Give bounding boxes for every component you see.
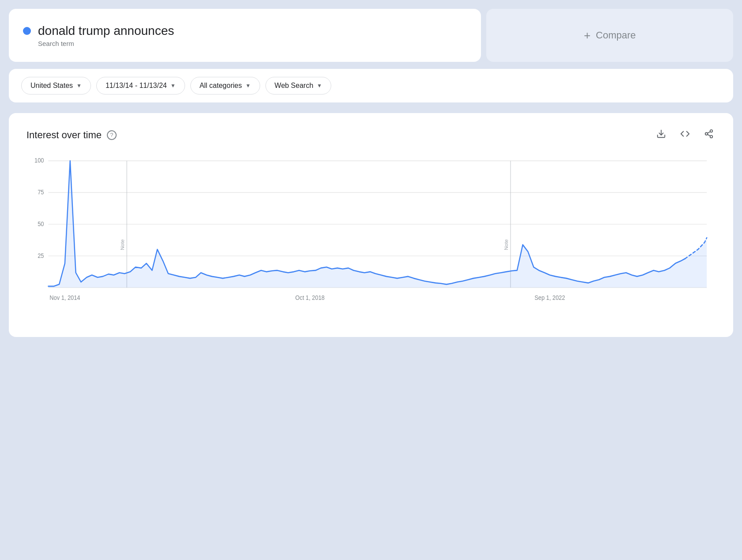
search-term-card: donald trump announces Search term — [9, 9, 481, 62]
date-filter[interactable]: 11/13/14 - 11/13/24 ▼ — [96, 77, 185, 95]
region-label: United States — [30, 82, 73, 90]
category-label: All categories — [200, 82, 242, 90]
svg-text:Note: Note — [504, 239, 509, 250]
category-filter[interactable]: All categories ▼ — [190, 77, 260, 95]
svg-line-4 — [708, 134, 710, 136]
filters-card: United States ▼ 11/13/14 - 11/13/24 ▼ Al… — [9, 69, 733, 102]
region-filter[interactable]: United States ▼ — [21, 77, 91, 95]
date-label: 11/13/14 - 11/13/24 — [106, 82, 167, 90]
compare-inner: + Compare — [584, 30, 636, 41]
svg-text:Nov 1, 2014: Nov 1, 2014 — [49, 294, 80, 301]
svg-line-5 — [708, 132, 710, 133]
svg-text:Sep 1, 2022: Sep 1, 2022 — [534, 294, 565, 301]
category-chevron: ▼ — [246, 83, 251, 89]
chart-area: 100 75 50 25 Note Note Nov 1, 2014 Oct 1… — [26, 151, 716, 319]
svg-text:75: 75 — [38, 189, 44, 196]
search-type-filter[interactable]: Web Search ▼ — [265, 77, 332, 95]
search-type-label: Web Search — [275, 82, 314, 90]
svg-text:Oct 1, 2018: Oct 1, 2018 — [295, 294, 325, 301]
compare-label: Compare — [596, 30, 636, 41]
search-type-chevron: ▼ — [317, 83, 322, 89]
chart-header: Interest over time ? — [26, 127, 716, 143]
top-section: donald trump announces Search term + Com… — [9, 9, 733, 62]
svg-text:25: 25 — [38, 252, 44, 259]
help-icon[interactable]: ? — [107, 130, 117, 140]
chart-title: Interest over time — [26, 129, 102, 141]
date-chevron: ▼ — [170, 83, 176, 89]
search-term-dot — [23, 27, 31, 35]
chart-actions — [655, 127, 716, 143]
compare-card[interactable]: + Compare — [486, 9, 733, 62]
region-chevron: ▼ — [76, 83, 82, 89]
chart-card: Interest over time ? — [9, 113, 733, 337]
download-button[interactable] — [655, 127, 668, 143]
search-term-text: donald trump announces — [38, 23, 174, 38]
chart-title-row: Interest over time ? — [26, 129, 117, 141]
embed-button[interactable] — [678, 127, 692, 143]
interest-chart: 100 75 50 25 Note Note Nov 1, 2014 Oct 1… — [26, 151, 716, 319]
compare-plus-icon: + — [584, 30, 591, 41]
svg-text:Note: Note — [120, 239, 125, 250]
search-term-row: donald trump announces — [23, 23, 467, 38]
share-button[interactable] — [702, 127, 716, 143]
svg-text:50: 50 — [38, 220, 44, 227]
search-term-label: Search term — [38, 40, 467, 47]
svg-text:100: 100 — [34, 157, 44, 164]
